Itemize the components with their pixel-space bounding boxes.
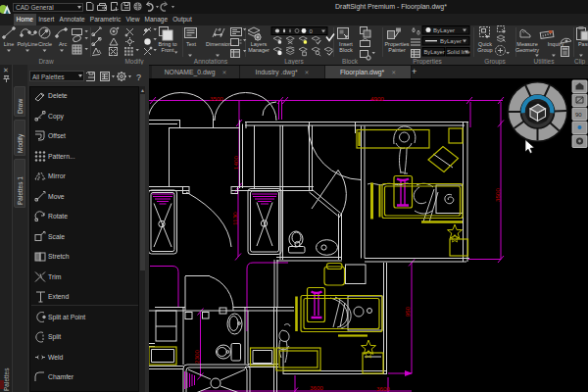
svg-text:3600: 3600 [376, 385, 390, 392]
svg-text:1400: 1400 [232, 156, 239, 170]
svg-text:950: 950 [404, 306, 411, 317]
svg-text:1130: 1130 [231, 212, 238, 225]
svg-text:ByLayer: ByLayer [440, 38, 462, 44]
svg-text:3600: 3600 [310, 384, 323, 391]
svg-text:ByLayer: ByLayer [433, 27, 455, 33]
svg-text:4900: 4900 [370, 95, 384, 102]
svg-text:2300: 2300 [193, 350, 200, 364]
svg-text:90: 90 [575, 112, 582, 118]
svg-text:3500: 3500 [494, 188, 501, 202]
svg-text:ByLayer: ByLayer [424, 49, 445, 55]
svg-text:?: ? [136, 73, 141, 82]
svg-text:3500: 3500 [210, 95, 223, 102]
